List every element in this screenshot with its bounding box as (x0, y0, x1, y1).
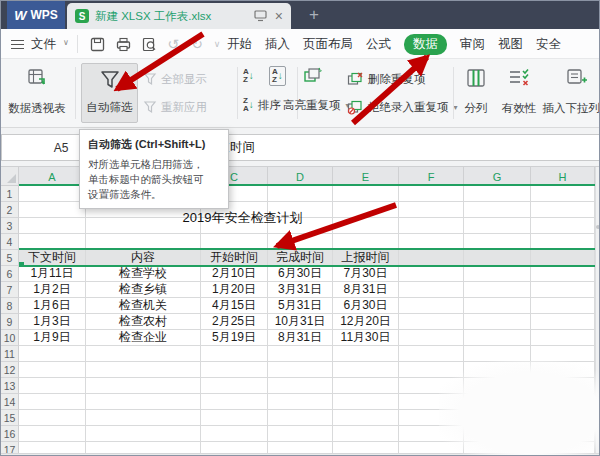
cell-F6[interactable] (399, 266, 464, 282)
cell-B5[interactable]: 内容 (86, 250, 201, 266)
cell-A8[interactable]: 1月6日 (19, 298, 86, 314)
cell-H10[interactable] (531, 330, 595, 346)
cell-A13[interactable] (19, 378, 86, 394)
cell-G11[interactable] (464, 346, 531, 362)
cell-F11[interactable] (399, 346, 464, 362)
reapply-button[interactable]: 重新应用 (143, 98, 207, 116)
tab-page-layout[interactable]: 页面布局 (303, 34, 353, 55)
cell-B6[interactable]: 检查学校 (86, 266, 201, 282)
cell-H6[interactable] (531, 266, 595, 282)
document-tab[interactable]: S 新建 XLSX 工作表.xlsx × (67, 3, 291, 29)
autofilter-button[interactable]: 自动筛选 (81, 63, 138, 123)
cell-C10[interactable]: 5月19日 (201, 330, 268, 346)
redo-icon[interactable]: ↻ (187, 34, 207, 54)
cell-D4[interactable] (268, 234, 333, 250)
cell-G7[interactable] (464, 282, 531, 298)
cell-E5[interactable]: 上报时间 (333, 250, 399, 266)
cell-F13[interactable] (399, 378, 464, 394)
cell-E7[interactable]: 8月31日 (333, 282, 399, 298)
cell-A4[interactable] (19, 234, 86, 250)
row-header-4[interactable]: 4 (1, 234, 19, 250)
cell-B9[interactable]: 检查农村 (86, 314, 201, 330)
cell-G5[interactable] (464, 250, 531, 266)
row-header-8[interactable]: 8 (1, 298, 19, 314)
cell-H3[interactable] (531, 218, 595, 234)
cell-H14[interactable] (531, 394, 595, 410)
cell-A16[interactable] (19, 426, 86, 442)
cell-G15[interactable] (464, 410, 531, 426)
cell-A5[interactable]: 下文时间 (19, 250, 86, 266)
custom-sort-button[interactable]: AZ↓ (269, 67, 286, 85)
cell-A17[interactable] (19, 442, 86, 453)
row-header-5[interactable]: 5 (1, 250, 19, 266)
cell-D7[interactable]: 3月31日 (268, 282, 333, 298)
cell-H11[interactable] (531, 346, 595, 362)
cell-D1[interactable] (268, 186, 333, 202)
cell-D6[interactable]: 6月30日 (268, 266, 333, 282)
text-to-columns-button[interactable]: 分列 (459, 63, 493, 123)
cell-F3[interactable] (399, 218, 464, 234)
insert-dropdown-button[interactable]: 插入下拉列表 (547, 63, 600, 123)
row-header-15[interactable]: 15 (1, 410, 19, 426)
cell-C14[interactable] (201, 394, 268, 410)
cell-E15[interactable] (333, 410, 399, 426)
row-header-11[interactable]: 11 (1, 346, 19, 362)
sort-descending-button[interactable]: ZA↓ 排序 (243, 96, 281, 114)
cell-B10[interactable]: 检查企业 (86, 330, 201, 346)
cell-G8[interactable] (464, 298, 531, 314)
cell-D10[interactable]: 8月31日 (268, 330, 333, 346)
cell-A15[interactable] (19, 410, 86, 426)
cell-H8[interactable] (531, 298, 595, 314)
cell-A1[interactable] (19, 186, 86, 202)
cell-D12[interactable] (268, 362, 333, 378)
cell-G17[interactable] (464, 442, 531, 453)
cell-F10[interactable] (399, 330, 464, 346)
cell-E8[interactable]: 6月30日 (333, 298, 399, 314)
cell-D14[interactable] (268, 394, 333, 410)
tab-security[interactable]: 安全 (536, 34, 561, 55)
row-header-13[interactable]: 13 (1, 378, 19, 394)
vertical-scrollbar[interactable] (595, 167, 600, 453)
cell-H4[interactable] (531, 234, 595, 250)
cell-H2[interactable] (531, 202, 595, 218)
tab-review[interactable]: 审阅 (460, 34, 485, 55)
cell-B7[interactable]: 检查乡镇 (86, 282, 201, 298)
sheet-area[interactable]: 11月30日8月31日5月19日检查企业1月9日12月20日10月31日2月25… (1, 167, 600, 453)
tab-data[interactable]: 数据 (404, 34, 447, 55)
monitor-icon[interactable] (254, 10, 267, 22)
sort-ascending-button[interactable]: AZ↓ (243, 67, 254, 85)
cell-G6[interactable] (464, 266, 531, 282)
cell-F7[interactable] (399, 282, 464, 298)
undo-icon[interactable]: ↺ (163, 34, 183, 54)
row-header-9[interactable]: 9 (1, 314, 19, 330)
cell-G1[interactable] (464, 186, 531, 202)
cell-C17[interactable] (201, 442, 268, 453)
cell-H12[interactable] (531, 362, 595, 378)
cell-G12[interactable] (464, 362, 531, 378)
cell-D11[interactable] (268, 346, 333, 362)
row-header-12[interactable]: 12 (1, 362, 19, 378)
cell-C13[interactable] (201, 378, 268, 394)
cell-C6[interactable]: 2月10日 (201, 266, 268, 282)
row-header-2[interactable]: 2 (1, 202, 19, 218)
cell-E13[interactable] (333, 378, 399, 394)
cell-B16[interactable] (86, 426, 201, 442)
cell-H1[interactable] (531, 186, 595, 202)
save-icon[interactable] (87, 34, 107, 54)
cell-B14[interactable] (86, 394, 201, 410)
validation-button[interactable]: 有效性 (497, 63, 541, 123)
cell-A3[interactable] (19, 218, 86, 234)
cell-E6[interactable]: 7月30日 (333, 266, 399, 282)
cell-D8[interactable]: 5月31日 (268, 298, 333, 314)
close-tab-icon[interactable]: × (275, 8, 283, 24)
cell-H15[interactable] (531, 410, 595, 426)
cell-E14[interactable] (333, 394, 399, 410)
cell-A14[interactable] (19, 394, 86, 410)
cell-F8[interactable] (399, 298, 464, 314)
cell-F14[interactable] (399, 394, 464, 410)
cell-F2[interactable] (399, 202, 464, 218)
row-header-10[interactable]: 10 (1, 330, 19, 346)
cell-F5[interactable] (399, 250, 464, 266)
cell-B11[interactable] (86, 346, 201, 362)
cell-F9[interactable] (399, 314, 464, 330)
